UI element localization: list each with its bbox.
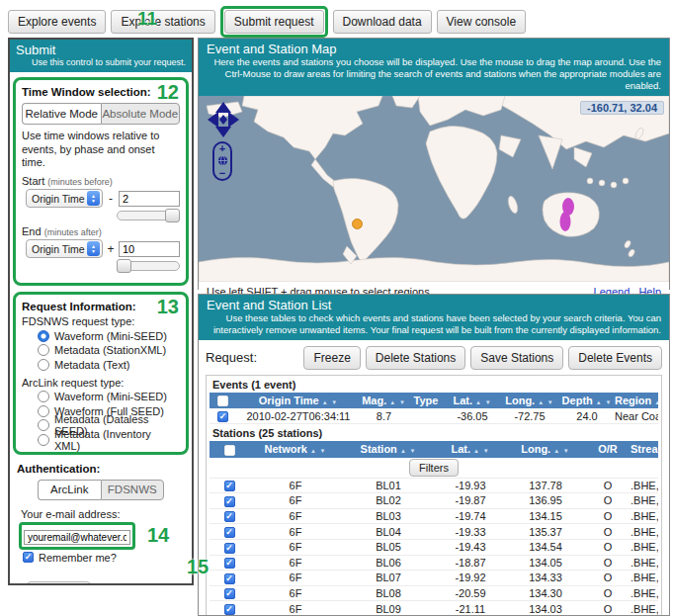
radio-option[interactable]: Waveform (Mini-SEED) [38, 391, 180, 404]
remember-me-row[interactable]: ✓ Remember me? [23, 552, 185, 564]
start-slider[interactable] [117, 211, 180, 220]
globe-icon[interactable] [217, 155, 228, 166]
map-pan-control[interactable] [207, 101, 240, 138]
row-checkbox[interactable]: ✓ [210, 478, 249, 493]
end-minutes-input[interactable] [119, 241, 180, 257]
map-zoom-control[interactable]: + − [212, 141, 232, 181]
radio-icon[interactable] [38, 419, 49, 431]
cell: O [585, 478, 631, 493]
annotation-box-14 [19, 522, 135, 550]
select-all-checkbox[interactable] [210, 441, 249, 458]
column-header[interactable]: Depth ▲ ▼ [559, 393, 615, 409]
column-header[interactable]: O/R [585, 441, 631, 458]
row-checkbox[interactable]: ✓ [210, 508, 249, 524]
radio-icon[interactable] [38, 344, 49, 356]
annotation-label-12: 12 [157, 81, 179, 104]
cell: 6F [249, 508, 342, 524]
radio-option[interactable]: Metadata (Inventory XML) [38, 433, 180, 447]
row-checkbox[interactable]: ✓ [210, 585, 249, 601]
select-all-checkbox[interactable] [210, 393, 236, 409]
delete-events-button[interactable]: Delete Events [568, 346, 662, 370]
events-table: Origin Time ▲ ▼Mag. ▲ ▼TypeLat. ▲ ▼Long.… [210, 393, 658, 424]
zoom-in-icon[interactable]: + [219, 144, 225, 153]
radio-label: Waveform (Mini-SEED) [54, 391, 167, 402]
zoom-out-icon[interactable]: − [219, 169, 225, 178]
tab-fdsnws[interactable]: FDSNWS [101, 480, 165, 500]
column-header[interactable]: Region ▲ ▼ [615, 393, 658, 409]
event-station-map-panel: Event and Station Map Here the events an… [198, 38, 670, 290]
annotation-label-14: 14 [147, 524, 169, 547]
row-checkbox[interactable]: ✓ [210, 555, 249, 571]
time-mode-tabs: Relative Mode Absolute Mode [22, 103, 180, 125]
cell: -36.05 [445, 408, 500, 423]
start-operator: - [107, 192, 115, 206]
cell: 134.03 [506, 601, 585, 616]
top-toolbar: Explore events Explore stations Submit r… [8, 6, 526, 38]
column-header[interactable]: Long. ▲ ▼ [506, 441, 585, 458]
column-header[interactable]: Type [407, 393, 445, 409]
cell: .BHE,.BHN,.BHZ [631, 571, 658, 586]
slider-handle[interactable] [117, 259, 131, 273]
radio-option[interactable]: Waveform (Mini-SEED) [38, 329, 180, 343]
column-header[interactable]: Streams [631, 441, 658, 458]
cell: BL04 [342, 524, 435, 540]
column-header[interactable]: Network ▲ ▼ [249, 441, 342, 458]
column-header[interactable]: Station ▲ ▼ [342, 441, 435, 458]
download-data-button[interactable]: Download data [333, 10, 432, 34]
cell: -19.92 [435, 571, 506, 586]
delete-stations-button[interactable]: Delete Stations [366, 346, 465, 370]
row-checkbox[interactable]: ✓ [210, 408, 236, 423]
tab-relative-mode[interactable]: Relative Mode [22, 103, 101, 125]
end-slider[interactable] [117, 261, 180, 271]
freeze-button[interactable]: Freeze [303, 346, 360, 370]
panel-subtitle: Use this control to submit your request. [16, 57, 186, 68]
column-header[interactable]: Lat. ▲ ▼ [435, 441, 506, 458]
row-checkbox[interactable]: ✓ [210, 524, 249, 540]
column-header[interactable]: Long. ▲ ▼ [500, 393, 559, 409]
authentication-heading: Authentication: [17, 463, 185, 475]
radio-icon[interactable] [38, 405, 49, 417]
radio-icon[interactable] [38, 434, 49, 446]
remember-me-checkbox[interactable]: ✓ [23, 552, 34, 563]
stations-heading: Stations (25 stations) [212, 427, 658, 439]
row-checkbox[interactable]: ✓ [210, 571, 249, 586]
column-header[interactable]: Mag. ▲ ▼ [361, 393, 407, 409]
tab-arclink[interactable]: ArcLink [38, 480, 101, 500]
row-checkbox[interactable]: ✓ [210, 493, 249, 509]
slider-handle[interactable] [165, 209, 180, 222]
end-reference-select[interactable]: Origin Time ▲▼ [26, 239, 103, 258]
radio-option[interactable]: Metadata (Text) [38, 358, 180, 372]
cell: O [585, 508, 631, 524]
world-map[interactable]: + − -160.71, 32.04 [199, 96, 669, 282]
start-reference-select[interactable]: Origin Time ▲▼ [26, 189, 103, 208]
start-minutes-input[interactable] [119, 191, 180, 207]
radio-icon[interactable] [38, 359, 49, 371]
cell: -19.43 [435, 539, 506, 555]
list-panel-subtitle: Use these tables to check which events a… [207, 312, 661, 336]
row-checkbox[interactable]: ✓ [210, 601, 249, 616]
column-header[interactable]: Origin Time ▲ ▼ [236, 393, 361, 409]
radio-icon[interactable] [38, 391, 49, 402]
cell: 136.95 [506, 493, 585, 509]
explore-stations-button[interactable]: Explore stations [111, 10, 214, 34]
table-row: ✓6FBL01-19.93137.78O.BHE,.BHN,.BHZ [210, 478, 658, 493]
cell: .BHE,.BHN,.BHZ [631, 508, 658, 524]
email-field[interactable] [24, 530, 130, 545]
tab-absolute-mode[interactable]: Absolute Mode [101, 103, 181, 125]
view-console-button[interactable]: View console [437, 10, 527, 34]
save-stations-button[interactable]: Save Stations [470, 346, 563, 370]
column-header[interactable]: Lat. ▲ ▼ [445, 393, 500, 409]
row-checkbox[interactable]: ✓ [210, 539, 249, 555]
cell: O [585, 585, 631, 601]
cell: 2010-02-27T06:34:11 [236, 408, 361, 423]
arclink-type-label: ArcLink request type: [22, 377, 180, 389]
radio-icon[interactable] [38, 330, 49, 342]
mouse-coordinates: -160.71, 32.04 [580, 101, 664, 115]
cell: 6F [249, 524, 342, 540]
reset-button[interactable]: Reset [27, 581, 91, 585]
submit-request-button[interactable]: Submit request [224, 10, 324, 34]
filters-button[interactable]: Filters [409, 459, 459, 477]
explore-events-button[interactable]: Explore events [8, 10, 106, 34]
radio-option[interactable]: Metadata (StationXML) [38, 344, 180, 358]
event-marker[interactable] [352, 219, 363, 229]
